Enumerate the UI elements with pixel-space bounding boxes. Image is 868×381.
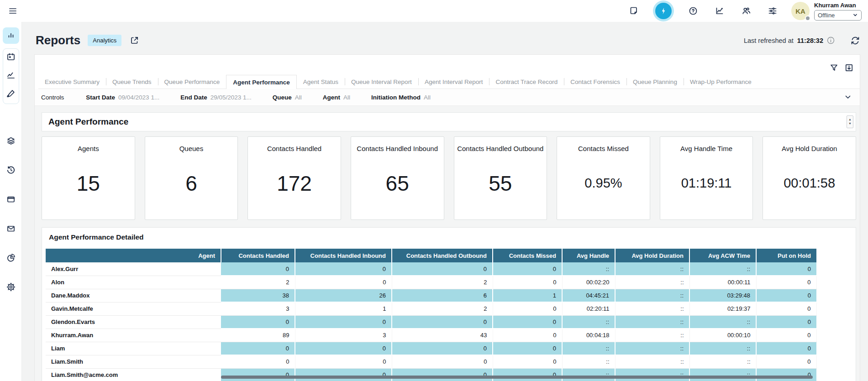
sidebar-item-reports[interactable] bbox=[3, 27, 19, 44]
kpi-card: Contacts Missed 0.95% bbox=[557, 136, 650, 220]
detail-panel: Agent Performance Detailed AgentContacts… bbox=[42, 227, 856, 381]
analytics-badge: Analytics bbox=[88, 35, 121, 46]
sidebar-item-browser[interactable] bbox=[6, 194, 16, 206]
contacts-handled-cell: 3 bbox=[221, 302, 295, 315]
tab[interactable]: Agent Interval Report bbox=[418, 75, 489, 89]
note-icon[interactable] bbox=[629, 6, 639, 16]
table-row: Gavin.Metcalfe 3 1 2 0 02:20:11 :: 02:19… bbox=[46, 302, 816, 315]
agent-name-cell: Alex.Gurr bbox=[46, 262, 221, 276]
table-row: Glendon.Evarts 0 0 0 0 :: :: :: 0 bbox=[46, 315, 816, 329]
control-filter[interactable]: Start Date 09/04/2023 1... bbox=[86, 94, 159, 101]
avatar[interactable]: KA bbox=[791, 2, 810, 20]
tab[interactable]: Agent Status bbox=[297, 75, 345, 89]
avg-acw-cell: :: bbox=[689, 368, 756, 381]
tab[interactable]: Contract Trace Record bbox=[489, 75, 564, 89]
tab-label: Agent Interval Report bbox=[425, 78, 483, 85]
contacts-inbound-cell: 0 bbox=[295, 276, 392, 289]
avg-acw-cell: :: bbox=[689, 355, 756, 368]
tab[interactable]: Queue Planning bbox=[626, 75, 684, 89]
horizontal-scrollbar[interactable] bbox=[221, 376, 813, 379]
panel-tools bbox=[35, 55, 860, 75]
sliders-icon[interactable] bbox=[768, 6, 778, 16]
table-header-row: AgentContacts HandledContacts Handled In… bbox=[46, 249, 816, 262]
column-header: Contacts Handled Inbound bbox=[295, 249, 392, 262]
kpi-card: Contacts Handled 172 bbox=[247, 136, 341, 220]
tab[interactable]: Queue Trends bbox=[106, 75, 158, 89]
agent-performance-table: AgentContacts HandledContacts Handled In… bbox=[46, 249, 817, 381]
info-icon[interactable] bbox=[827, 37, 835, 44]
control-filter[interactable]: End Date 29/05/2023 1... bbox=[180, 94, 252, 101]
filter-value: 09/04/2023 1... bbox=[118, 94, 159, 101]
put-on-hold-cell: 0 bbox=[756, 302, 816, 315]
help-icon[interactable] bbox=[688, 6, 698, 16]
sidebar-item-pie[interactable] bbox=[6, 253, 16, 265]
kpi-value: 0.95% bbox=[584, 152, 622, 219]
detail-title: Agent Performance Detailed bbox=[49, 233, 856, 241]
refresh-icon[interactable] bbox=[850, 36, 860, 46]
sidebar-item-settings[interactable] bbox=[6, 282, 16, 294]
table-row: Liam 0 0 0 0 :: :: :: 0 bbox=[46, 342, 816, 355]
put-on-hold-cell: 0 bbox=[756, 289, 816, 302]
hamburger-icon[interactable] bbox=[8, 6, 18, 16]
stepper-control[interactable]: ▲▼ bbox=[847, 115, 853, 128]
contacts-handled-cell: 38 bbox=[221, 289, 295, 302]
sidebar-item-calendar[interactable] bbox=[6, 52, 16, 64]
filter-value: All bbox=[343, 94, 350, 101]
table-row: Liam.Smith@acme.com 0 0 0 0 :: :: :: 0 bbox=[46, 368, 816, 381]
tab[interactable]: Agent Performance bbox=[226, 75, 297, 89]
contacts-inbound-cell: 0 bbox=[295, 368, 392, 381]
users-icon[interactable] bbox=[741, 6, 751, 16]
sidebar-item-design[interactable] bbox=[6, 89, 16, 100]
status-select[interactable]: Offline bbox=[814, 10, 862, 21]
sidebar-item-history[interactable] bbox=[6, 165, 16, 177]
agent-name-cell: Liam.Smith bbox=[46, 355, 221, 368]
tab[interactable]: Queue Performance bbox=[158, 75, 226, 89]
avg-hold-cell: :: bbox=[615, 289, 689, 302]
sidebar bbox=[0, 22, 22, 381]
sidebar-item-layers[interactable] bbox=[6, 136, 16, 148]
tab[interactable]: Wrap-Up Performance bbox=[684, 75, 758, 89]
filter-label: Queue bbox=[273, 94, 292, 101]
avg-acw-cell: 03:29:48 bbox=[689, 289, 756, 302]
kpi-card: Agents 15 bbox=[42, 136, 135, 220]
kpi-value: 55 bbox=[489, 152, 512, 219]
tab[interactable]: Queue Interval Report bbox=[345, 75, 418, 89]
tab-label: Executive Summary bbox=[45, 78, 100, 85]
control-filter[interactable]: Agent All bbox=[323, 94, 350, 101]
contacts-missed-cell: 0 bbox=[493, 276, 562, 289]
contacts-inbound-cell: 3 bbox=[295, 329, 392, 342]
kpi-card: Avg Hold Duration 00:01:58 bbox=[763, 136, 856, 220]
tab-label: Queue Interval Report bbox=[351, 78, 412, 85]
tab[interactable]: Executive Summary bbox=[38, 75, 106, 89]
filter-icon[interactable] bbox=[830, 63, 838, 72]
sidebar-item-trends[interactable] bbox=[6, 70, 16, 82]
kpi-label: Contacts Handled Inbound bbox=[357, 145, 438, 152]
contacts-inbound-cell: 0 bbox=[295, 342, 392, 355]
external-link-icon[interactable] bbox=[130, 36, 139, 45]
avg-acw-cell: 00:00:10 bbox=[689, 329, 756, 342]
tab[interactable]: Contact Forensics bbox=[564, 75, 626, 89]
avg-acw-cell: 00:00:11 bbox=[689, 276, 756, 289]
line-chart-icon bbox=[6, 70, 16, 80]
controls-collapse-chevron-icon[interactable] bbox=[843, 93, 852, 102]
control-filter[interactable]: Queue All bbox=[273, 94, 302, 101]
last-refreshed-time: 11:28:32 bbox=[797, 37, 823, 44]
flash-icon[interactable] bbox=[655, 3, 672, 19]
user-block: KA Khurram Awan Offline bbox=[791, 2, 862, 21]
column-header: Avg Hold Duration bbox=[615, 249, 689, 262]
control-filter[interactable]: Initiation Method All bbox=[371, 94, 431, 101]
table-body: Alex.Gurr 0 0 0 0 :: :: :: 0 bbox=[46, 262, 816, 381]
contacts-missed-cell: 1 bbox=[493, 289, 562, 302]
metrics-icon[interactable] bbox=[715, 6, 725, 16]
tab-label: Wrap-Up Performance bbox=[690, 78, 752, 85]
sidebar-item-mail[interactable] bbox=[6, 224, 16, 235]
column-header: Put on Hold bbox=[756, 249, 816, 262]
history-icon bbox=[6, 165, 16, 175]
avg-acw-cell: :: bbox=[689, 315, 756, 329]
status-dot-icon bbox=[805, 16, 810, 21]
column-header: Contacts Handled Outbound bbox=[392, 249, 493, 262]
download-icon[interactable] bbox=[845, 63, 853, 72]
avg-handle-cell: 00:04:18 bbox=[562, 329, 615, 342]
table-row: Dane.Maddox 38 26 6 1 04:45:21 :: 03:29:… bbox=[46, 289, 816, 302]
contacts-inbound-cell: 1 bbox=[295, 302, 392, 315]
